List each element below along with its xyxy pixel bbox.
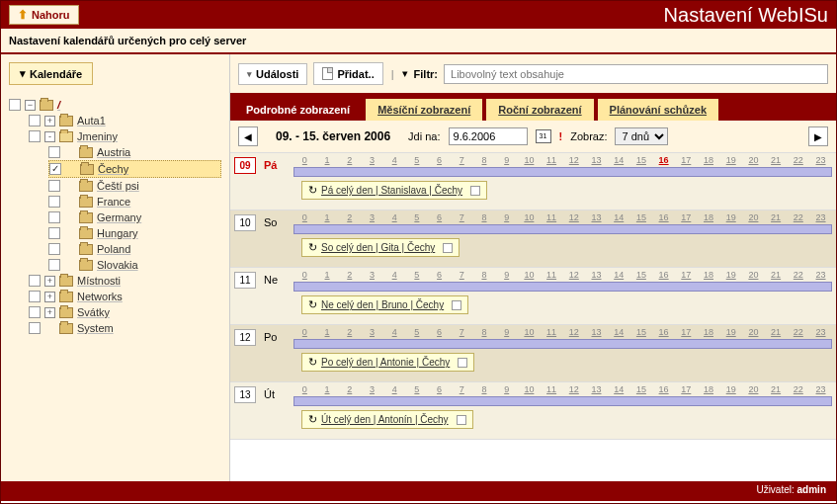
goto-date-input[interactable] <box>449 127 528 145</box>
hour-link[interactable]: 7 <box>451 327 473 337</box>
hour-link[interactable]: 4 <box>383 155 406 165</box>
day-rows[interactable]: 09Pá012345678910111213141516171819202122… <box>230 153 836 481</box>
hour-link[interactable]: 7 <box>451 155 473 165</box>
tree-item[interactable]: +Místnosti <box>29 273 221 289</box>
hour-link[interactable]: 13 <box>585 155 608 165</box>
checkbox[interactable] <box>48 243 60 255</box>
hour-link[interactable]: 3 <box>361 270 383 280</box>
hour-link[interactable]: 20 <box>742 327 765 337</box>
tree-item[interactable]: Slovakia <box>48 257 221 273</box>
hour-link[interactable]: 2 <box>338 384 361 394</box>
hour-link[interactable]: 23 <box>809 212 832 222</box>
hour-link[interactable]: 14 <box>608 270 630 280</box>
hour-link[interactable]: 13 <box>585 327 608 337</box>
hour-link[interactable]: 11 <box>541 212 563 222</box>
day-number[interactable]: 09 <box>234 157 255 174</box>
checkbox[interactable] <box>48 227 60 239</box>
tab[interactable]: Plánování schůzek <box>598 99 718 121</box>
hour-link[interactable]: 8 <box>473 270 496 280</box>
hour-link[interactable]: 21 <box>765 155 788 165</box>
hour-link[interactable]: 15 <box>630 270 653 280</box>
checkbox[interactable] <box>49 163 61 175</box>
event-chip[interactable]: ↻So celý den | Gita | Čechy <box>301 238 460 257</box>
hour-link[interactable]: 9 <box>495 270 518 280</box>
hour-link[interactable]: 15 <box>630 327 653 337</box>
event-checkbox[interactable] <box>452 300 461 310</box>
hour-link[interactable]: 13 <box>585 384 608 394</box>
hour-link[interactable]: 1 <box>316 155 339 165</box>
checkbox[interactable] <box>9 99 21 111</box>
checkbox[interactable] <box>48 146 60 158</box>
events-dropdown-button[interactable]: ▾ Události <box>238 63 307 85</box>
tree-item[interactable]: Germany <box>48 210 221 225</box>
checkbox[interactable] <box>48 180 60 192</box>
hour-link[interactable]: 18 <box>698 212 720 222</box>
hour-link[interactable]: 10 <box>518 384 541 394</box>
checkbox[interactable] <box>48 196 60 208</box>
timeline-bar[interactable] <box>293 282 832 292</box>
hour-link[interactable]: 16 <box>652 270 675 280</box>
hour-link[interactable]: 5 <box>406 384 429 394</box>
expand-icon[interactable]: + <box>44 116 55 126</box>
timeline-bar[interactable] <box>293 396 832 406</box>
calendars-dropdown-button[interactable]: ▾ Kalendáře <box>9 62 93 85</box>
hour-link[interactable]: 5 <box>406 327 429 337</box>
hour-link[interactable]: 0 <box>293 155 316 165</box>
day-number[interactable]: 10 <box>234 214 255 231</box>
hour-link[interactable]: 3 <box>361 155 383 165</box>
tree-item[interactable]: -Jmeniny <box>29 128 221 144</box>
event-checkbox[interactable] <box>458 358 467 368</box>
hour-link[interactable]: 18 <box>698 384 720 394</box>
hour-link[interactable]: 22 <box>787 327 809 337</box>
expand-icon[interactable]: + <box>44 292 55 302</box>
checkbox[interactable] <box>48 211 60 223</box>
hour-link[interactable]: 0 <box>293 327 316 337</box>
event-chip[interactable]: ↻Pá celý den | Stanislava | Čechy <box>301 181 487 200</box>
hour-link[interactable]: 16 <box>652 327 675 337</box>
hour-link[interactable]: 9 <box>495 155 518 165</box>
hour-link[interactable]: 14 <box>608 384 630 394</box>
range-select[interactable]: 7 dnů <box>615 127 668 145</box>
hour-link[interactable]: 4 <box>383 212 406 222</box>
hour-link[interactable]: 15 <box>630 155 653 165</box>
hour-link[interactable]: 22 <box>787 270 809 280</box>
hour-link[interactable]: 4 <box>383 270 406 280</box>
tree-root[interactable]: − / <box>9 97 221 113</box>
hour-link[interactable]: 1 <box>316 384 339 394</box>
expand-icon[interactable]: + <box>44 276 55 287</box>
tree-item[interactable]: Hungary <box>48 225 221 241</box>
hour-link[interactable]: 18 <box>698 327 720 337</box>
hour-link[interactable]: 11 <box>541 270 563 280</box>
tree-item[interactable]: +Auta1 <box>29 113 221 128</box>
hour-link[interactable]: 16 <box>652 155 675 165</box>
hour-link[interactable]: 7 <box>451 212 473 222</box>
hour-link[interactable]: 4 <box>383 327 406 337</box>
event-chip[interactable]: ↻Út celý den | Antonín | Čechy <box>301 410 473 429</box>
collapse-icon[interactable]: − <box>25 100 36 111</box>
checkbox[interactable] <box>29 322 41 334</box>
tree-item[interactable]: +Networks <box>29 289 221 304</box>
tree-item[interactable]: France <box>48 194 221 210</box>
hour-link[interactable]: 10 <box>518 155 541 165</box>
hour-link[interactable]: 6 <box>428 155 451 165</box>
tree-item[interactable]: Poland <box>48 241 221 257</box>
timeline-bar[interactable] <box>293 167 832 177</box>
hour-link[interactable]: 19 <box>719 384 742 394</box>
timeline-bar[interactable] <box>293 224 832 234</box>
event-chip[interactable]: ↻Po celý den | Antonie | Čechy <box>301 353 474 372</box>
hour-link[interactable]: 8 <box>473 212 496 222</box>
checkbox[interactable] <box>29 130 41 142</box>
expand-icon[interactable]: - <box>44 131 55 142</box>
hour-link[interactable]: 2 <box>338 270 361 280</box>
hour-link[interactable]: 8 <box>473 384 496 394</box>
hour-link[interactable]: 20 <box>742 270 765 280</box>
hour-link[interactable]: 23 <box>809 327 832 337</box>
hour-link[interactable]: 20 <box>742 212 765 222</box>
hour-link[interactable]: 21 <box>765 384 788 394</box>
checkbox[interactable] <box>29 306 41 318</box>
checkbox[interactable] <box>48 259 60 271</box>
tree-item[interactable]: Čechy <box>48 160 221 178</box>
event-checkbox[interactable] <box>443 243 453 253</box>
hour-link[interactable]: 8 <box>473 327 496 337</box>
hour-link[interactable]: 20 <box>742 384 765 394</box>
